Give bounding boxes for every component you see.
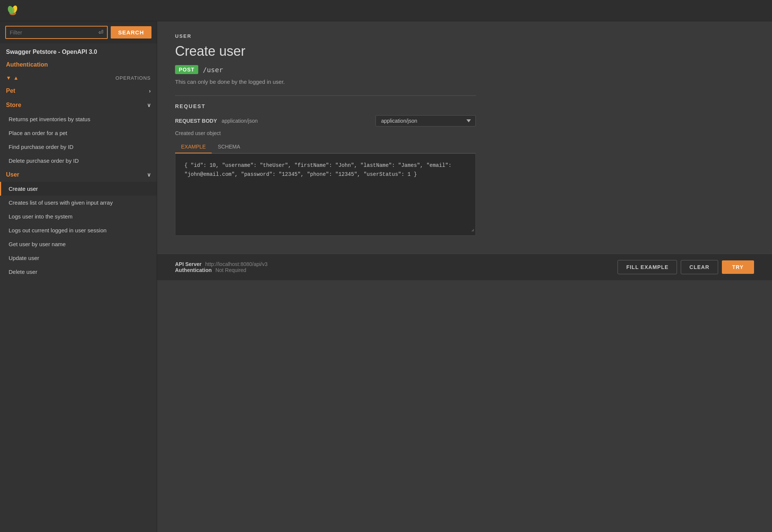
fill-example-button[interactable]: FILL EXAMPLE [618,260,677,274]
sidebar-item-get-user[interactable]: Get user by user name [0,237,157,251]
method-badge: POST [175,65,198,74]
request-body-desc: Created user object [175,130,476,136]
sidebar-section-user-label: User [6,171,19,178]
sidebar-item-create-user[interactable]: Create user [0,182,157,196]
svg-point-3 [11,7,15,13]
sidebar-title: Swagger Petstore - OpenAPI 3.0 [0,43,157,58]
store-chevron-down-icon: ∨ [147,102,151,108]
sidebar-item-place-order[interactable]: Place an order for a pet [0,126,157,140]
sidebar-item-creates-list-users[interactable]: Creates list of users with given input a… [0,196,157,210]
request-body-row: REQUEST BODY application/json applicatio… [175,115,476,126]
pet-chevron-right-icon: › [149,88,151,94]
bottom-actions: FILL EXAMPLE CLEAR TRY [618,260,754,274]
endpoint-path: /user [203,66,223,74]
sidebar-item-find-purchase-order[interactable]: Find purchase order by ID [0,140,157,154]
sidebar-item-update-user[interactable]: Update user [0,251,157,265]
request-body-label: REQUEST BODY [175,118,217,124]
user-chevron-down-icon: ∨ [147,172,151,178]
filter-input[interactable] [10,29,98,36]
section-divider [175,95,476,96]
arrow-down-icon[interactable]: ▼ [6,75,11,81]
search-button[interactable]: SEARCH [111,26,151,39]
operations-label: OPERATIONS [116,75,151,81]
request-section-title: REQUEST [175,103,476,109]
sidebar-item-delete-user[interactable]: Delete user [0,265,157,279]
sidebar-search: ⏎ SEARCH [0,21,157,43]
content-type-select[interactable]: application/json application/xml applica… [376,115,476,126]
sidebar-operations-header: ▼ ▲ OPERATIONS [0,72,157,84]
sidebar-item-pet[interactable]: Pet › [0,84,157,98]
filter-input-wrapper: ⏎ [5,26,108,39]
sidebar-item-authentication[interactable]: Authentication [0,58,157,72]
auth-label: Authentication [175,267,212,273]
api-server-url: http://localhost:8080/api/v3 [205,261,268,267]
sidebar-item-delete-purchase-order[interactable]: Delete purchase order by ID [0,154,157,168]
code-block: { "id": 10, "username": "theUser", "firs… [175,153,476,236]
ops-arrows: ▼ ▲ [6,75,19,81]
sidebar-item-store[interactable]: Store ∨ [0,98,157,112]
sidebar-item-returns-pet-inventories[interactable]: Returns pet inventories by status [0,112,157,126]
example-schema-tabs: EXAMPLE SCHEMA [175,141,476,153]
section-tag: USER [175,33,476,39]
api-server-info: API Server http://localhost:8080/api/v3 … [175,261,267,273]
auth-value: Not Required [215,267,246,273]
clear-button[interactable]: CLEAR [681,260,718,274]
sidebar-section-pet-label: Pet [6,88,15,94]
api-server-label: API Server [175,261,202,267]
sidebar-item-user[interactable]: User ∨ [0,168,157,182]
resize-handle-icon: ◢ [471,226,474,234]
try-button[interactable]: TRY [722,260,754,274]
main-layout: ⏎ SEARCH Swagger Petstore - OpenAPI 3.0 … [0,21,772,532]
logo-icon [6,4,19,17]
header [0,0,772,21]
sidebar-item-logs-user-in[interactable]: Logs user into the system [0,210,157,223]
request-body-label-group: REQUEST BODY application/json [175,117,258,124]
sidebar-section-auth-label: Authentication [6,61,48,68]
method-path: POST /user [175,65,476,74]
sidebar-item-logs-out[interactable]: Logs out current logged in user session [0,223,157,237]
endpoint-title: Create user [175,43,476,59]
code-content: { "id": 10, "username": "theUser", "firs… [184,162,451,177]
arrow-up-icon[interactable]: ▲ [13,75,19,81]
reset-icon[interactable]: ⏎ [98,29,103,36]
content-inner: USER Create user POST /user This can onl… [157,21,494,254]
tab-example[interactable]: EXAMPLE [175,141,212,153]
content-area: USER Create user POST /user This can onl… [157,21,772,532]
request-body-type: application/json [221,118,258,124]
sidebar: ⏎ SEARCH Swagger Petstore - OpenAPI 3.0 … [0,21,157,532]
sidebar-section-store-label: Store [6,102,21,108]
tab-schema[interactable]: SCHEMA [212,141,246,153]
endpoint-description: This can only be done by the logged in u… [175,79,476,85]
bottom-bar: API Server http://localhost:8080/api/v3 … [157,254,772,280]
